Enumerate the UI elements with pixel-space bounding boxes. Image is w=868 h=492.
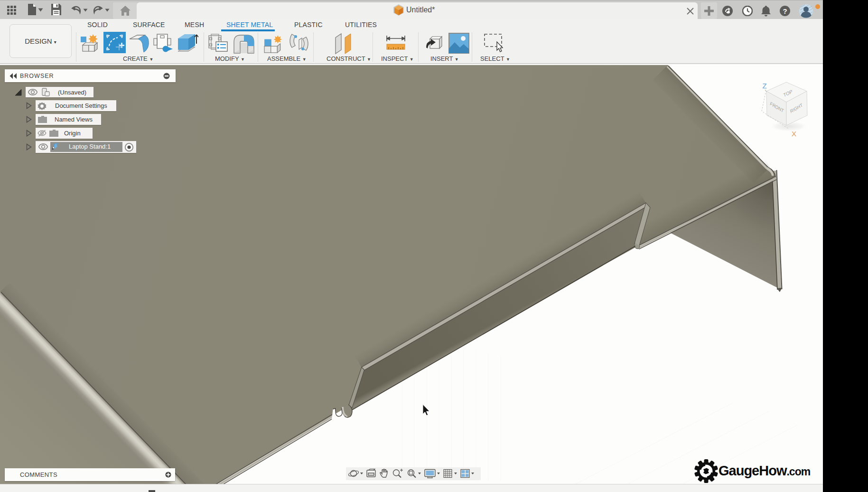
svg-text:?: ? bbox=[783, 7, 787, 15]
svg-text:Z: Z bbox=[762, 82, 766, 90]
svg-text:X: X bbox=[792, 130, 796, 138]
